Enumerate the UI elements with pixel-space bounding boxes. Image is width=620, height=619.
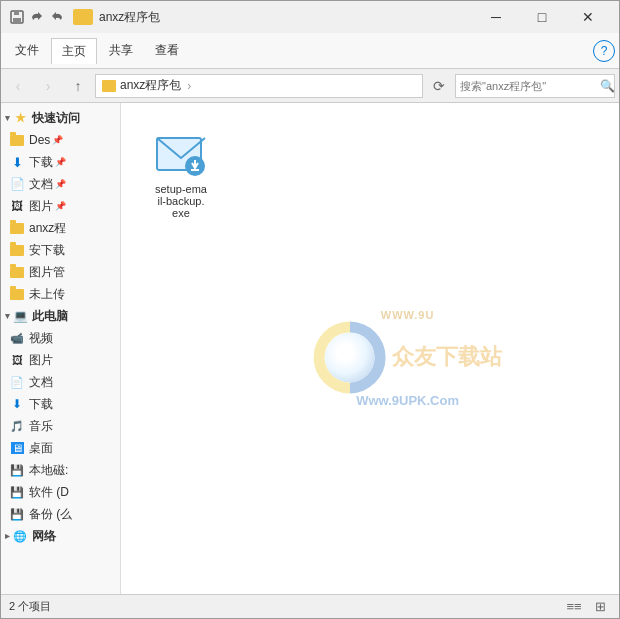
quickaccess-chevron: ▾	[5, 113, 10, 123]
pin-icon: 📌	[55, 201, 66, 211]
title-bar-icons	[9, 9, 65, 25]
address-path[interactable]: anxz程序包 ›	[95, 74, 423, 98]
file-item[interactable]: setup-email-backup.exe	[141, 123, 221, 223]
view-list-button[interactable]: ≡≡	[563, 598, 585, 616]
sidebar-item-download2[interactable]: ⬇ 下载	[1, 393, 120, 415]
svg-rect-1	[13, 18, 21, 23]
docs-icon: 📄	[9, 176, 25, 192]
sidebar-item-drive-d[interactable]: 💾 软件 (D	[1, 481, 120, 503]
network-label: 网络	[32, 528, 56, 545]
watermark: WWW.9U 众友下载站 Www.9UPK.Com	[314, 309, 502, 408]
undo-icon[interactable]	[29, 9, 45, 25]
tab-share[interactable]: 共享	[99, 38, 143, 63]
window-controls: ─ □ ✕	[473, 1, 611, 33]
status-bar: 2 个项目 ≡≡ ⊞	[1, 594, 619, 618]
watermark-logo	[314, 321, 386, 393]
docs-icon: 📄	[9, 374, 25, 390]
sidebar-network-header[interactable]: ▸ 🌐 网络	[1, 525, 120, 547]
sidebar-item-anxz[interactable]: anxz程	[1, 217, 120, 239]
path-folder-icon	[102, 80, 116, 92]
download-icon: ⬇	[9, 154, 25, 170]
drive-icon: 💾	[9, 506, 25, 522]
back-button[interactable]: ‹	[5, 74, 31, 98]
sidebar-item-label: 音乐	[29, 418, 53, 435]
pin-icon: 📌	[52, 135, 63, 145]
content-area: setup-email-backup.exe WWW.9U 众友下载站	[121, 103, 619, 594]
drive-icon: 💾	[9, 462, 25, 478]
sidebar-item-music[interactable]: 🎵 音乐	[1, 415, 120, 437]
minimize-button[interactable]: ─	[473, 1, 519, 33]
path-chevron: ›	[187, 79, 191, 93]
network-chevron: ▸	[5, 531, 10, 541]
save-icon[interactable]	[9, 9, 25, 25]
sidebar-item-label: 文档	[29, 374, 53, 391]
folder-icon	[9, 286, 25, 302]
sidebar-item-docs1[interactable]: 📄 文档 📌	[1, 173, 120, 195]
sidebar-item-label: 安下载	[29, 242, 65, 259]
folder-icon	[9, 264, 25, 280]
sidebar-item-video[interactable]: 📹 视频	[1, 327, 120, 349]
sidebar-item-backup[interactable]: 💾 备份 (么	[1, 503, 120, 525]
view-grid-button[interactable]: ⊞	[589, 598, 611, 616]
file-icon	[155, 127, 207, 179]
search-box[interactable]: 🔍	[455, 74, 615, 98]
folder-icon	[9, 220, 25, 236]
up-button[interactable]: ↑	[65, 74, 91, 98]
search-icon[interactable]: 🔍	[600, 79, 615, 93]
sidebar-quickaccess-header[interactable]: ▾ ★ 快速访问	[1, 107, 120, 129]
sidebar-item-localdisk[interactable]: 💾 本地磁:	[1, 459, 120, 481]
sidebar-item-label: Des	[29, 133, 50, 147]
svg-rect-2	[14, 11, 19, 15]
sidebar-item-desktop[interactable]: 🖥 桌面	[1, 437, 120, 459]
search-input[interactable]	[460, 80, 598, 92]
forward-button[interactable]: ›	[35, 74, 61, 98]
sidebar-item-imgmgr[interactable]: 图片管	[1, 261, 120, 283]
images-icon: 🖼	[9, 198, 25, 214]
refresh-button[interactable]: ⟳	[427, 74, 451, 98]
sidebar-item-label: 图片	[29, 198, 53, 215]
tab-view[interactable]: 查看	[145, 38, 189, 63]
help-button[interactable]: ?	[593, 40, 615, 62]
sidebar-item-download1[interactable]: ⬇ 下载 📌	[1, 151, 120, 173]
sidebar-item-docs2[interactable]: 📄 文档	[1, 371, 120, 393]
music-icon: 🎵	[9, 418, 25, 434]
sidebar-item-label: 下载	[29, 154, 53, 171]
maximize-button[interactable]: □	[519, 1, 565, 33]
watermark-url-top: WWW.9U	[381, 309, 435, 321]
tab-home[interactable]: 主页	[51, 38, 97, 64]
sidebar-item-andownload[interactable]: 安下载	[1, 239, 120, 261]
watermark-brand: 众友下载站	[392, 342, 502, 372]
sidebar-item-label: 备份 (么	[29, 506, 72, 523]
address-bar: ‹ › ↑ anxz程序包 › ⟳ 🔍	[1, 69, 619, 103]
star-icon: ★	[12, 110, 28, 126]
video-icon: 📹	[9, 330, 25, 346]
sidebar-item-label: 未上传	[29, 286, 65, 303]
close-button[interactable]: ✕	[565, 1, 611, 33]
sidebar-item-des[interactable]: Des 📌	[1, 129, 120, 151]
sidebar-item-label: 视频	[29, 330, 53, 347]
window: anxz程序包 ─ □ ✕ 文件 主页 共享 查看 ? ‹ › ↑ anxz程序…	[0, 0, 620, 619]
desktop-icon: 🖥	[9, 440, 25, 456]
watermark-url-bottom: Www.9UPK.Com	[356, 393, 459, 408]
redo-icon[interactable]	[49, 9, 65, 25]
title-bar: anxz程序包 ─ □ ✕	[1, 1, 619, 33]
download-icon: ⬇	[9, 396, 25, 412]
sidebar-item-images2[interactable]: 🖼 图片	[1, 349, 120, 371]
tab-file[interactable]: 文件	[5, 38, 49, 63]
file-label: setup-email-backup.exe	[155, 183, 207, 219]
email-exe-icon	[155, 130, 207, 176]
sidebar-item-upload[interactable]: 未上传	[1, 283, 120, 305]
status-right: ≡≡ ⊞	[563, 598, 611, 616]
pin-icon: 📌	[55, 179, 66, 189]
status-count: 2 个项目	[9, 599, 51, 614]
sidebar-item-label: 下载	[29, 396, 53, 413]
sidebar-item-label: anxz程	[29, 220, 66, 237]
ribbon: 文件 主页 共享 查看 ?	[1, 33, 619, 69]
network-icon: 🌐	[12, 528, 28, 544]
thispc-chevron: ▾	[5, 311, 10, 321]
thispc-label: 此电脑	[32, 308, 68, 325]
sidebar-item-images1[interactable]: 🖼 图片 📌	[1, 195, 120, 217]
pc-icon: 💻	[12, 308, 28, 324]
sidebar-thispc-header[interactable]: ▾ 💻 此电脑	[1, 305, 120, 327]
drive-icon: 💾	[9, 484, 25, 500]
